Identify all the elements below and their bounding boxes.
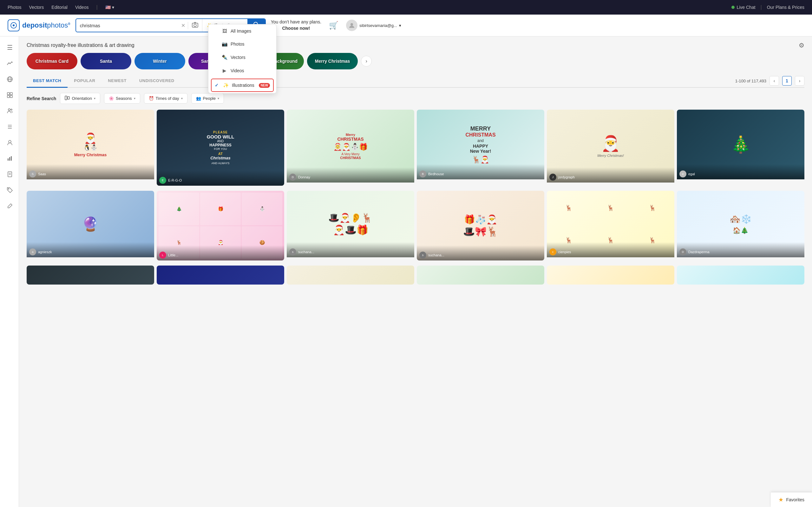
favorites-star-icon: ★ <box>778 496 783 503</box>
search-input[interactable] <box>76 23 179 28</box>
people-filter[interactable]: 👥 People ▾ <box>191 93 224 104</box>
grid-item[interactable]: PLEASE GOOD WILL AND HAPPINESS FOR YOU A… <box>157 110 284 186</box>
category-merry-christmas[interactable]: Merry Christmas <box>307 53 358 69</box>
category-winter[interactable]: Winter <box>135 53 185 69</box>
grid-item-partial[interactable] <box>287 266 414 285</box>
pagination-current[interactable]: 1 <box>782 76 792 86</box>
settings-icon[interactable]: ⚙ <box>799 42 804 49</box>
people-chevron-icon: ▾ <box>217 97 219 100</box>
grid-item-partial[interactable] <box>157 266 284 285</box>
pagination-row: 1-100 of 117,493 ‹ 1 › <box>735 76 804 86</box>
search-by-image-button[interactable] <box>188 22 202 29</box>
svg-rect-12 <box>7 95 9 98</box>
author-name: egal <box>688 172 695 176</box>
grid-item[interactable]: 🎅 🐧⛄ Merry Christmas S Saas <box>27 110 154 186</box>
grid-item-partial[interactable] <box>417 266 544 285</box>
author-avatar: s <box>419 251 426 259</box>
orientation-chevron-icon: ▾ <box>94 97 96 100</box>
dropdown-illustrations[interactable]: ✓ ✨ Illustrations NEW <box>211 78 274 92</box>
tab-newest[interactable]: NEWEST <box>101 74 133 88</box>
people-icon: 👥 <box>196 96 201 101</box>
favorites-label: Favorites <box>786 497 804 502</box>
grid-item[interactable]: MERRY CHRISTMAS and HAPPY New Year! 🦌🎅 B… <box>417 110 544 186</box>
author-avatar: a <box>29 248 36 256</box>
sidebar-item-trending[interactable] <box>0 56 19 71</box>
sidebar-item-globe[interactable] <box>0 72 19 87</box>
grid-item-partial[interactable] <box>677 266 804 285</box>
tab-popular[interactable]: POPULAR <box>67 74 101 88</box>
author-avatar: S <box>29 170 36 177</box>
favorites-bar[interactable]: ★ Favorites <box>771 492 812 507</box>
author-bar: B Birdhouse <box>417 164 544 179</box>
sidebar-item-people[interactable] <box>0 104 19 118</box>
author-name: cienpies <box>558 250 571 254</box>
sidebar-item-collections[interactable] <box>0 88 19 102</box>
nav-photos[interactable]: Photos <box>8 5 21 10</box>
nav-editorial[interactable]: Editorial <box>51 5 67 10</box>
seasons-icon: 🌸 <box>109 96 114 101</box>
svg-rect-11 <box>10 93 12 95</box>
author-name: agnieszk <box>38 250 52 254</box>
svg-rect-20 <box>8 158 9 161</box>
grid-item[interactable]: Merry CHRISTMAS 🤶🎅⛄🎁 A Very Merry CHRIST… <box>287 110 414 186</box>
sidebar-item-tag[interactable] <box>0 183 19 198</box>
tab-best-match[interactable]: BEST MATCH <box>27 74 67 88</box>
dropdown-videos[interactable]: ▶ Videos <box>208 64 276 77</box>
times-of-day-icon: ⏰ <box>149 96 154 101</box>
language-selector[interactable]: 🇺🇸 ▾ <box>105 5 114 10</box>
author-bar: J jordygraph <box>547 167 674 182</box>
sidebar-item-profile[interactable] <box>0 135 19 150</box>
grid-item[interactable]: 🏘️❄️ 🏠🎄 D Dazdraperma <box>677 191 804 261</box>
categories-next-button[interactable]: › <box>361 56 372 66</box>
grid-item-partial[interactable] <box>547 266 674 285</box>
svg-point-14 <box>8 109 10 111</box>
dropdown-vectors[interactable]: ✒️ Vectors <box>208 51 276 64</box>
top-navigation: Photos Vectors Editorial Videos | 🇺🇸 ▾ L… <box>0 0 812 14</box>
seasons-filter[interactable]: 🌸 Seasons ▾ <box>104 93 140 104</box>
videos-icon: ▶ <box>222 68 227 73</box>
svg-point-19 <box>9 140 11 143</box>
author-name: Little... <box>168 253 178 257</box>
svg-point-15 <box>11 109 12 110</box>
author-avatar: e <box>679 170 687 177</box>
times-of-day-filter[interactable]: ⏰ Times of day ▾ <box>144 93 188 104</box>
sidebar-item-list[interactable] <box>0 119 19 134</box>
plans-link[interactable]: Our Plans & Prices <box>767 5 804 10</box>
user-menu[interactable]: sibirtsevamaria@g... ▾ <box>346 20 401 31</box>
category-christmas-card[interactable]: Christmas Card <box>27 53 78 69</box>
author-avatar: D <box>679 248 687 256</box>
live-chat-button[interactable]: Live Chat <box>731 5 755 10</box>
nav-vectors[interactable]: Vectors <box>29 5 44 10</box>
grid-item[interactable]: 🦌 🦌 🦌 🦌 🦌 🦌 c cienpies <box>547 191 674 261</box>
pagination-next[interactable]: › <box>795 76 804 86</box>
cart-icon[interactable]: 🛒 <box>329 21 339 30</box>
pagination-prev[interactable]: ‹ <box>769 76 779 86</box>
sidebar-item-bookmark[interactable] <box>0 167 19 181</box>
sidebar-item-analytics[interactable] <box>0 151 19 166</box>
author-name: jordygraph <box>558 175 575 179</box>
orientation-filter[interactable]: Orientation ▾ <box>60 93 100 104</box>
dropdown-photos[interactable]: 📷 Photos <box>208 38 276 51</box>
category-santa[interactable]: Santa <box>81 53 131 69</box>
main-layout: ☰ Ch <box>0 37 812 507</box>
orientation-icon <box>65 96 70 101</box>
grid-item-partial[interactable] <box>27 266 154 285</box>
svg-rect-28 <box>67 97 69 99</box>
author-name: suchana... <box>428 253 444 257</box>
grid-item[interactable]: 🎄 🎁 ⛄ 🦌 🎅 🍪 L Little... <box>157 191 284 261</box>
sidebar-item-menu[interactable]: ☰ <box>0 40 19 55</box>
dropdown-all-images[interactable]: 🖼 All Images <box>208 24 276 38</box>
grid-item[interactable]: 🎁🧦🎅 🎩🎀🦌 s suchana... <box>417 191 544 261</box>
nav-videos[interactable]: Videos <box>75 5 89 10</box>
author-bar: E E-R-G-O <box>157 170 284 186</box>
grid-item[interactable]: 🎅 Merry Christmas! J jordygraph <box>547 110 674 186</box>
tab-undiscovered[interactable]: UNDISCOVERED <box>133 74 181 88</box>
grid-item[interactable]: 🎄 e egal <box>677 110 804 186</box>
grid-item[interactable]: 🔮 a agnieszk <box>27 191 154 261</box>
sidebar-item-edit[interactable] <box>0 199 19 213</box>
grid-item[interactable]: 🎩🎅👂🦌 🎅🎩🎁 s suchana... <box>287 191 414 261</box>
author-bar: L Little... <box>157 245 284 261</box>
logo[interactable]: depositphotos® <box>8 19 70 32</box>
site-header: depositphotos® ✕ ✨ Illustrations ▲ You d… <box>0 14 812 37</box>
search-clear-button[interactable]: ✕ <box>179 22 188 29</box>
